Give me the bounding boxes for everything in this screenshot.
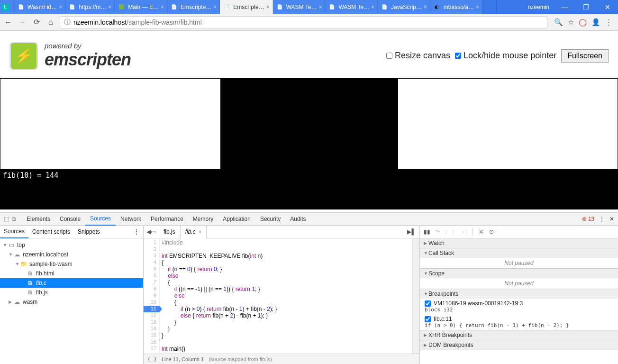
tree-folder[interactable]: ▼📁sample-fib-wasm bbox=[0, 259, 143, 269]
line-gutter[interactable]: 1234567891011121314151617 bbox=[144, 238, 160, 354]
window-controls: — ❐ ✕ bbox=[554, 0, 618, 14]
zoom-icon[interactable]: 🔍 bbox=[554, 18, 563, 27]
close-icon[interactable]: × bbox=[371, 4, 374, 10]
breakpoint-checkbox[interactable] bbox=[425, 316, 431, 322]
back-button[interactable]: ← bbox=[3, 17, 13, 27]
page-content: ⚡ powered by emscripten Resize canvas Lo… bbox=[0, 31, 618, 212]
breakpoints-section: ▼Breakpoints VM11086-19 wasm-00019142-19… bbox=[420, 289, 618, 330]
breakpoint-item[interactable]: fib.c:11 if (n > 0) { return fib(n - 1) … bbox=[420, 314, 618, 330]
browser-tab[interactable]: E bbox=[0, 0, 14, 14]
close-icon[interactable]: × bbox=[266, 4, 270, 10]
pause-on-exceptions-icon[interactable]: ⊝ bbox=[489, 228, 494, 235]
canvas[interactable] bbox=[220, 79, 398, 169]
nav-back-icon[interactable]: ◀▭ bbox=[144, 228, 159, 235]
nav-tab-sources[interactable]: Sources bbox=[0, 226, 28, 238]
close-icon[interactable]: × bbox=[108, 4, 111, 10]
resize-canvas-checkbox[interactable]: Resize canvas bbox=[386, 51, 450, 61]
step-into-icon[interactable]: ↓ bbox=[445, 228, 447, 235]
browser-tab[interactable]: 📄JavaScrip…× bbox=[378, 0, 430, 14]
tab-security[interactable]: Security bbox=[255, 213, 285, 226]
run-icon[interactable]: ▶▌ bbox=[403, 228, 419, 235]
home-button[interactable]: ⌂ bbox=[45, 17, 56, 27]
close-icon[interactable]: × bbox=[161, 4, 164, 10]
browser-toolbar: ← → ⟳ ⌂ ⓘ nzeemin.localhost/sample-fib-w… bbox=[0, 14, 618, 31]
browser-tab[interactable]: 📄WASM Te…× bbox=[273, 0, 326, 14]
profile-icon[interactable]: 👤 bbox=[591, 18, 600, 27]
lock-pointer-checkbox[interactable]: Lock/hide mouse pointer bbox=[455, 51, 556, 61]
source-map-info: (source mapped from fib.js) bbox=[209, 356, 272, 362]
site-info-icon[interactable]: ⓘ bbox=[64, 18, 71, 27]
close-icon[interactable]: × bbox=[213, 4, 217, 10]
tab-performance[interactable]: Performance bbox=[146, 213, 188, 226]
opera-icon[interactable]: ◯ bbox=[579, 18, 587, 27]
breakpoint-checkbox[interactable] bbox=[425, 300, 431, 307]
browser-tab[interactable]: 📄https://m…× bbox=[65, 0, 115, 14]
close-icon[interactable]: × bbox=[199, 229, 201, 235]
bookmark-icon[interactable]: ☆ bbox=[568, 18, 574, 27]
nav-tab-content-scripts[interactable]: Content scripts bbox=[28, 226, 74, 238]
forward-button[interactable]: → bbox=[17, 17, 27, 27]
reload-button[interactable]: ⟳ bbox=[31, 17, 42, 27]
browser-tab-active[interactable]: 📄Emscripte…× bbox=[220, 0, 273, 14]
tree-top[interactable]: ▼▭top bbox=[0, 240, 143, 250]
device-icon[interactable]: ⧉ bbox=[12, 216, 16, 222]
watch-section[interactable]: ▶Watch bbox=[420, 238, 618, 248]
deactivate-breakpoints-icon[interactable]: ⤭ bbox=[479, 228, 483, 235]
callstack-section[interactable]: ▼Call Stack Not paused bbox=[420, 248, 618, 269]
tab-sources[interactable]: Sources bbox=[85, 213, 116, 226]
devtools-menu-icon[interactable]: ⋮ bbox=[599, 216, 605, 222]
tab-audits[interactable]: Audits bbox=[285, 213, 310, 226]
minimize-button[interactable]: — bbox=[554, 0, 575, 14]
browser-tab[interactable]: 🟩Main — E…× bbox=[115, 0, 167, 14]
step-icon[interactable]: →| bbox=[460, 228, 467, 235]
pretty-print-icon[interactable]: { } bbox=[147, 356, 157, 362]
scrollbar[interactable] bbox=[412, 238, 419, 354]
pause-icon[interactable]: ▮▮ bbox=[424, 228, 430, 235]
file-tab[interactable]: fib.js bbox=[159, 226, 181, 238]
close-icon[interactable]: × bbox=[59, 4, 62, 10]
step-out-icon[interactable]: ↑ bbox=[452, 228, 455, 235]
step-over-icon[interactable]: ↷ bbox=[435, 228, 440, 235]
nav-tab-snippets[interactable]: Snippets bbox=[74, 226, 104, 238]
code-body[interactable]: #include int EMSCRIPTEN_KEEPALIVE fib(in… bbox=[160, 238, 419, 354]
devtools-tabs: ⬚ ⧉ Elements Console Sources Network Per… bbox=[0, 213, 618, 226]
tab-memory[interactable]: Memory bbox=[188, 213, 218, 226]
browser-tab[interactable]: 📄WASM Te…× bbox=[325, 0, 378, 14]
tab-application[interactable]: Application bbox=[218, 213, 255, 226]
tree-wasm[interactable]: ▶☁wasm bbox=[0, 297, 143, 307]
tree-file[interactable]: 🗎fib.js bbox=[0, 288, 143, 297]
xhr-breakpoints-section[interactable]: ▶XHR Breakpoints bbox=[420, 330, 618, 340]
inspect-icon[interactable]: ⬚ bbox=[4, 216, 9, 222]
menu-icon[interactable]: ⋮ bbox=[605, 18, 612, 27]
close-button[interactable]: ✕ bbox=[597, 0, 618, 14]
tree-file-selected[interactable]: 🗎fib.c bbox=[0, 278, 143, 288]
profile-name[interactable]: nzeemin bbox=[523, 0, 554, 14]
address-bar[interactable]: ⓘ nzeemin.localhost/sample-fib-wasm/fib.… bbox=[60, 16, 547, 28]
window-titlebar: E 📄WasmFid…× 📄https://m…× 🟩Main — E…× 📄E… bbox=[0, 0, 618, 14]
file-tab-active[interactable]: fib.c× bbox=[181, 226, 207, 238]
close-icon[interactable]: × bbox=[424, 4, 427, 10]
sources-navigator: Sources Content scripts Snippets ⋮ ▼▭top… bbox=[0, 226, 144, 364]
browser-tab[interactable]: ◐mbasso/a…× bbox=[430, 0, 482, 14]
tab-console[interactable]: Console bbox=[55, 213, 85, 226]
editor-statusbar: { } Line 11, Column 1 (source mapped fro… bbox=[144, 354, 419, 364]
tab-elements[interactable]: Elements bbox=[22, 213, 55, 226]
tree-file[interactable]: 🗎fib.html bbox=[0, 269, 143, 278]
tab-network[interactable]: Network bbox=[116, 213, 146, 226]
browser-tab[interactable]: 📄Emscripte…× bbox=[167, 0, 220, 14]
more-icon[interactable]: ⋮ bbox=[130, 228, 143, 235]
close-icon[interactable]: × bbox=[476, 4, 479, 10]
cursor-position: Line 11, Column 1 bbox=[162, 356, 204, 362]
new-tab-button[interactable] bbox=[482, 0, 497, 14]
browser-tab[interactable]: 📄WasmFid…× bbox=[14, 0, 65, 14]
devtools-close-icon[interactable]: ✕ bbox=[609, 216, 614, 222]
breakpoint-item[interactable]: VM11086-19 wasm-00019142-19:3 block i32 bbox=[420, 299, 618, 314]
fullscreen-button[interactable]: Fullscreen bbox=[561, 49, 609, 63]
maximize-button[interactable]: ❐ bbox=[575, 0, 597, 14]
brand-text: powered by emscripten bbox=[45, 42, 131, 70]
error-count[interactable]: ⊗ 13 bbox=[582, 216, 594, 222]
dom-breakpoints-section[interactable]: ▶DOM Breakpoints bbox=[420, 340, 618, 350]
tree-host[interactable]: ▼☁nzeemin.localhost bbox=[0, 250, 143, 259]
close-icon[interactable]: × bbox=[318, 4, 322, 10]
scope-section[interactable]: ▼Scope Not paused bbox=[420, 269, 618, 289]
